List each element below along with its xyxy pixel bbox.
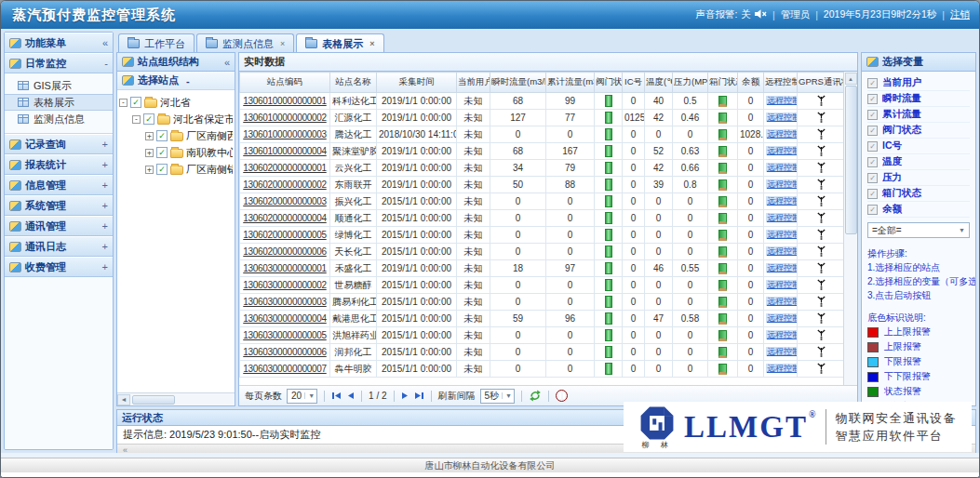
tree-node-city[interactable]: - ✓ 河北省保定市: [119, 111, 233, 127]
sidebar-section[interactable]: 通讯管理 +: [5, 216, 113, 236]
remote-control-link[interactable]: 远程控制: [766, 96, 798, 105]
checkbox-checked-icon[interactable]: ✓: [867, 78, 878, 88]
tree-expander-icon[interactable]: +: [145, 132, 154, 140]
speaker-muted-icon[interactable]: [755, 9, 767, 20]
tree-expander-icon[interactable]: -: [119, 99, 128, 107]
checkbox-checked-icon[interactable]: ✓: [867, 110, 878, 120]
column-header[interactable]: 瞬时流量(m3/h): [490, 73, 546, 93]
remote-control-link[interactable]: 远程控制: [766, 313, 798, 323]
remote-control-link[interactable]: 远程控制: [766, 246, 798, 256]
section-expand-icon[interactable]: +: [102, 200, 108, 211]
sidebar-collapse-icon[interactable]: «: [102, 37, 108, 48]
column-header[interactable]: 远程控制: [764, 73, 798, 93]
remote-control-link[interactable]: 远程控制: [766, 163, 798, 172]
station-code-link[interactable]: 13060200000000005: [240, 227, 330, 244]
scroll-up-icon[interactable]: ▲: [845, 73, 857, 85]
last-page-button[interactable]: [414, 392, 424, 400]
column-header[interactable]: IC号: [623, 73, 645, 93]
tree-checkbox[interactable]: ✓: [156, 164, 168, 175]
checkbox-checked-icon[interactable]: ✓: [867, 126, 878, 136]
section-expand-icon[interactable]: +: [102, 220, 108, 232]
remote-control-link[interactable]: 远程控制: [766, 263, 798, 272]
sidebar-section[interactable]: 信息管理 +: [5, 175, 113, 195]
sidebar-section[interactable]: 收费管理 +: [5, 257, 113, 277]
station-code-link[interactable]: 13060300000000003: [240, 294, 330, 311]
table-vertical-scrollbar[interactable]: ▲: [843, 72, 857, 385]
remote-control-link[interactable]: 远程控制: [766, 347, 798, 356]
variable-checkbox-row[interactable]: ✓ 温度: [867, 154, 970, 170]
station-code-link[interactable]: 13060100000000002: [240, 110, 330, 126]
variable-checkbox-row[interactable]: ✓ 当前用户: [867, 75, 970, 91]
station-code-link[interactable]: 13060300000000004: [240, 311, 330, 327]
variable-checkbox-row[interactable]: ✓ 余额: [867, 202, 970, 218]
sidebar-section[interactable]: 系统管理 +: [5, 195, 113, 216]
tree-expander-icon[interactable]: +: [145, 149, 154, 157]
station-code-link[interactable]: 13060300000000001: [240, 260, 330, 277]
tree-expander-icon[interactable]: +: [145, 166, 154, 174]
remote-control-link[interactable]: 远程控制: [766, 179, 798, 189]
sidebar-menu-item[interactable]: 表格展示: [5, 94, 113, 111]
remote-control-link[interactable]: 远程控制: [766, 230, 798, 239]
station-code-link[interactable]: 13060200000000006: [240, 244, 330, 260]
tree-collapse-icon[interactable]: «: [224, 57, 230, 68]
scrollbar-thumb[interactable]: [132, 395, 175, 405]
station-code-link[interactable]: 13060200000000003: [240, 193, 330, 210]
checkbox-checked-icon[interactable]: ✓: [867, 157, 878, 167]
column-header[interactable]: 站点编码: [240, 73, 330, 93]
variable-checkbox-row[interactable]: ✓ 累计流量: [867, 107, 970, 123]
station-code-link[interactable]: 13060300000000005: [240, 327, 330, 344]
column-header[interactable]: 阀门状态: [595, 73, 623, 93]
tree-node-group[interactable]: + ✓ 厂区南侧西汽包: [119, 127, 233, 144]
refresh-interval-select[interactable]: 5秒 ▼: [480, 389, 516, 404]
section-expand-icon[interactable]: +: [102, 179, 108, 191]
tree-node-group[interactable]: + ✓ 南职教中心汽包: [119, 144, 233, 161]
tree-checkbox[interactable]: ✓: [130, 97, 141, 108]
select-station-collapse-icon[interactable]: -: [186, 75, 190, 86]
tab-close-icon[interactable]: ×: [280, 39, 285, 48]
next-page-button[interactable]: [401, 392, 409, 400]
remote-control-link[interactable]: 远程控制: [766, 364, 798, 373]
column-header[interactable]: 温度(℃): [645, 73, 673, 93]
column-header[interactable]: 当前用户: [457, 73, 490, 93]
station-code-link[interactable]: 13060100000000004: [240, 143, 330, 160]
sidebar-section-daily-monitor[interactable]: 日常监控 -: [5, 53, 113, 73]
column-header[interactable]: 余额: [738, 73, 764, 93]
checkbox-checked-icon[interactable]: ✓: [867, 94, 878, 104]
prev-page-button[interactable]: [346, 392, 355, 400]
column-header[interactable]: 累计流量(m3): [546, 73, 595, 93]
remote-control-link[interactable]: 远程控制: [766, 297, 798, 306]
station-code-link[interactable]: 13060200000000004: [240, 210, 330, 227]
section-expand-icon[interactable]: +: [102, 139, 108, 150]
sidebar-menu-item[interactable]: 监测点信息: [5, 111, 113, 127]
filter-select[interactable]: =全部= ▼: [867, 222, 970, 238]
tree-checkbox[interactable]: ✓: [156, 147, 168, 158]
station-code-link[interactable]: 13060100000000001: [240, 93, 330, 110]
checkbox-checked-icon[interactable]: ✓: [867, 205, 878, 215]
tab-close-icon[interactable]: ×: [369, 39, 374, 48]
station-code-link[interactable]: 13060300000000007: [240, 361, 330, 378]
column-header[interactable]: 站点名称: [330, 73, 377, 93]
tree-horizontal-scrollbar[interactable]: ◄: [117, 392, 235, 405]
remote-control-link[interactable]: 远程控制: [766, 113, 798, 122]
column-header[interactable]: 采集时间: [377, 73, 457, 93]
checkbox-checked-icon[interactable]: ✓: [867, 189, 878, 199]
per-page-select[interactable]: 20 ▼: [287, 389, 317, 404]
section-expand-icon[interactable]: +: [102, 261, 108, 272]
tree-checkbox[interactable]: ✓: [143, 113, 154, 125]
sidebar-section[interactable]: 报表统计 +: [5, 154, 113, 175]
variable-checkbox-row[interactable]: ✓ 瞬时流量: [867, 91, 970, 107]
section-expand-icon[interactable]: +: [102, 159, 108, 170]
remote-control-link[interactable]: 远程控制: [766, 129, 798, 139]
section-expand-icon[interactable]: +: [102, 241, 108, 252]
remote-control-link[interactable]: 远程控制: [766, 213, 798, 222]
tab[interactable]: 工作平台 ×: [118, 33, 195, 53]
pause-button[interactable]: [556, 390, 568, 402]
remote-control-link[interactable]: 远程控制: [766, 330, 798, 339]
station-code-link[interactable]: 13060200000000001: [240, 160, 330, 177]
variable-checkbox-row[interactable]: ✓ 箱门状态: [867, 186, 970, 202]
tab[interactable]: 表格展示 ×: [296, 33, 383, 53]
checkbox-checked-icon[interactable]: ✓: [867, 173, 878, 183]
station-code-link[interactable]: 13060300000000002: [240, 277, 330, 294]
logout-link[interactable]: 注销: [950, 8, 970, 21]
tab[interactable]: 监测点信息 ×: [196, 33, 294, 53]
